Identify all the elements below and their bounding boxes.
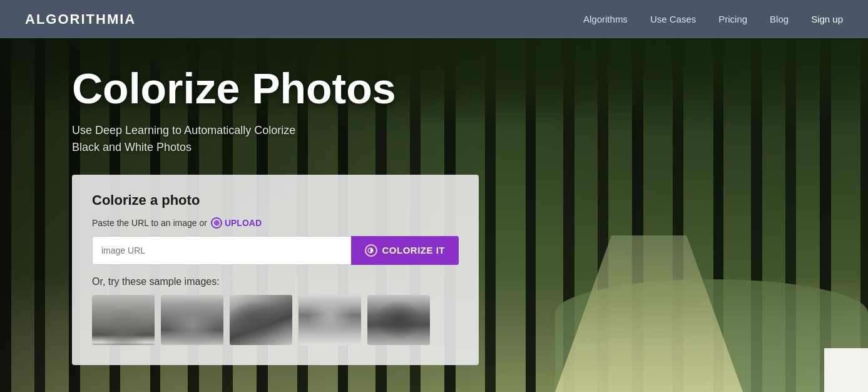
sample-images-row — [92, 295, 459, 345]
input-row: ◑ COLORIZE IT — [92, 236, 459, 265]
samples-label: Or, try these sample images: — [92, 276, 459, 287]
nav-links: Algorithms Use Cases Pricing Blog Sign u… — [583, 14, 843, 24]
hero-title: Colorize Photos — [72, 65, 868, 112]
sample-image-bird[interactable] — [92, 295, 155, 345]
logo: ALGORITHMIA — [25, 11, 136, 28]
upload-link[interactable]: ⊕ UPLOAD — [211, 217, 262, 229]
nav-blog[interactable]: Blog — [770, 14, 789, 24]
sample-image-mountain[interactable] — [230, 295, 292, 345]
colorize-card: Colorize a photo Paste the URL to an ima… — [72, 175, 479, 365]
upload-circle-icon: ⊕ — [211, 217, 222, 229]
content-area: Colorize Photos Use Deep Learning to Aut… — [0, 38, 868, 392]
colorize-button-label: COLORIZE IT — [382, 245, 446, 255]
sample-image-car[interactable] — [161, 295, 223, 345]
upload-label: UPLOAD — [225, 218, 262, 228]
colorize-button-icon: ◑ — [365, 244, 377, 257]
navbar: ALGORITHMIA Algorithms Use Cases Pricing… — [0, 0, 868, 38]
hero-subtitle: Use Deep Learning to Automatically Color… — [72, 122, 310, 156]
card-title: Colorize a photo — [92, 192, 459, 209]
nav-use-cases[interactable]: Use Cases — [650, 14, 696, 24]
nav-signup[interactable]: Sign up — [811, 14, 843, 24]
nav-algorithms[interactable]: Algorithms — [583, 14, 628, 24]
sample-image-cow[interactable] — [367, 295, 430, 345]
upload-row: Paste the URL to an image or ⊕ UPLOAD — [92, 217, 459, 229]
nav-pricing[interactable]: Pricing — [718, 14, 747, 24]
image-url-input[interactable] — [92, 236, 351, 265]
upload-prompt-text: Paste the URL to an image or — [92, 218, 207, 228]
colorize-button[interactable]: ◑ COLORIZE IT — [351, 236, 459, 265]
sample-image-water[interactable] — [299, 295, 361, 345]
